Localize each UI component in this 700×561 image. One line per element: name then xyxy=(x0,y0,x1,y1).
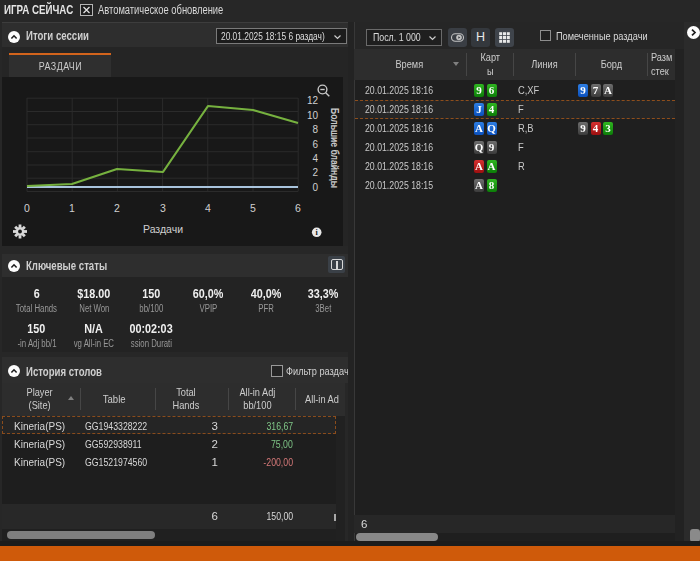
svg-text:Раздачи: Раздачи xyxy=(143,223,183,235)
svg-text:1: 1 xyxy=(69,202,75,214)
svg-text:0: 0 xyxy=(24,202,30,214)
svg-text:6: 6 xyxy=(312,139,318,150)
svg-text:2: 2 xyxy=(114,202,120,214)
svg-text:10: 10 xyxy=(307,110,319,121)
svg-text:12: 12 xyxy=(307,95,319,106)
svg-text:4: 4 xyxy=(312,153,318,164)
svg-text:2: 2 xyxy=(312,167,318,178)
svg-text:4: 4 xyxy=(205,202,211,214)
svg-text:8: 8 xyxy=(312,124,318,135)
svg-text:6: 6 xyxy=(295,202,301,214)
svg-text:3: 3 xyxy=(160,202,166,214)
svg-text:0: 0 xyxy=(312,182,318,193)
svg-text:Большие блайнды: Большие блайнды xyxy=(329,108,341,188)
svg-text:5: 5 xyxy=(250,202,256,214)
